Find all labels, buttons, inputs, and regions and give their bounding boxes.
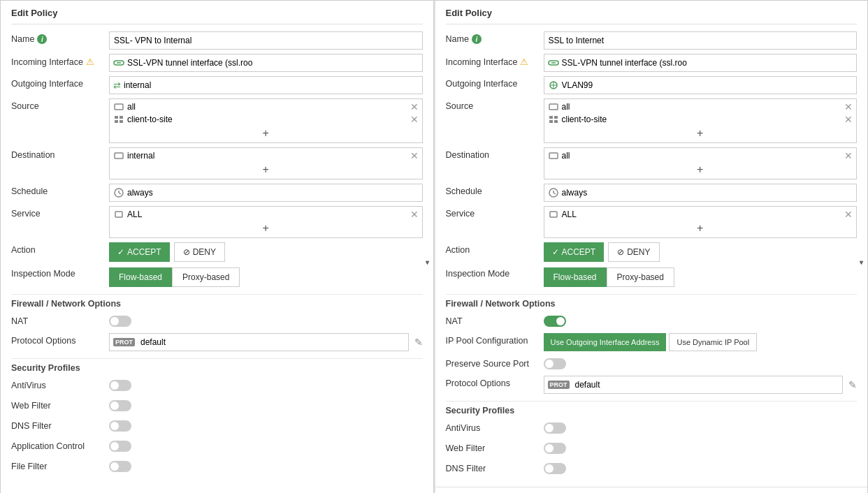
file-filter-toggle-left[interactable] [109, 461, 131, 472]
inspection-mode-label-right: Inspection Mode [446, 266, 544, 279]
nat-label-left: NAT [11, 316, 109, 326]
tunnel-icon [113, 57, 124, 68]
protocol-select-wrap-left[interactable]: PROT default [109, 333, 409, 351]
dns-filter-toggle-left[interactable] [109, 420, 131, 432]
protocol-options-label-left: Protocol Options [11, 333, 109, 346]
name-input[interactable] [109, 31, 423, 50]
outgoing-interface-select-wrap[interactable]: ⇄ internal [109, 76, 423, 94]
nat-row-left: NAT [11, 313, 423, 330]
accept-button-right[interactable]: ✓ ACCEPT [544, 242, 605, 262]
incoming-warning-icon: ⚠ [86, 57, 94, 67]
web-filter-toggle-right[interactable] [544, 443, 566, 454]
dns-filter-label-right: DNS Filter [446, 464, 544, 473]
flow-based-button-right[interactable]: Flow-based [544, 267, 607, 287]
nat-toggle-right[interactable] [544, 316, 566, 327]
source-all-text-right: all [562, 102, 842, 112]
service-add-button[interactable]: + [113, 221, 419, 235]
svg-rect-19 [554, 116, 558, 119]
service-all-remove[interactable]: ✕ [410, 209, 419, 219]
protocol-select-left[interactable]: default [140, 337, 407, 347]
incoming-interface-select-wrap-right[interactable]: SSL-VPN tunnel interface (ssl.roo [544, 54, 858, 72]
name-input-right[interactable] [544, 31, 858, 50]
destination-tag-all-right: all ✕ [548, 150, 853, 161]
protocol-select-wrap-right[interactable]: PROT default [544, 376, 844, 394]
protocol-edit-icon-left[interactable]: ✎ [414, 337, 423, 348]
destination-add-button[interactable]: + [113, 163, 419, 177]
source-client-icon-right [548, 114, 559, 125]
incoming-interface-row: Incoming Interface ⚠ SSL-VPN tunnel inte… [11, 54, 423, 72]
antivirus-toggle-left[interactable] [109, 380, 131, 391]
source-all-remove[interactable]: ✕ [410, 102, 419, 112]
schedule-select-right[interactable]: always [562, 188, 857, 198]
protocol-select-right[interactable]: default [575, 380, 842, 390]
protocol-options-row-left: Protocol Options PROT default ✎ [11, 333, 423, 351]
inspection-buttons: Flow-based Proxy-based [109, 267, 423, 287]
left-panel-title: Edit Policy [11, 8, 423, 24]
source-all-icon [113, 101, 124, 112]
schedule-select-wrap-right[interactable]: always [544, 184, 858, 202]
incoming-interface-select-right[interactable]: SSL-VPN tunnel interface (ssl.roo [562, 58, 857, 68]
source-client-remove-right[interactable]: ✕ [844, 115, 853, 124]
destination-add-button-right[interactable]: + [548, 163, 853, 177]
protocol-options-wrap-left: PROT default ✎ [109, 333, 423, 351]
incoming-interface-select-wrap[interactable]: SSL-VPN tunnel interface (ssl.roo [109, 54, 423, 72]
proxy-based-button[interactable]: Proxy-based [172, 267, 240, 287]
outgoing-interface-select-wrap-right[interactable]: VLAN99 [544, 76, 858, 94]
deny-button-right[interactable]: ⊘ DENY [608, 242, 659, 262]
deny-button[interactable]: ⊘ DENY [174, 242, 225, 262]
source-all-remove-right[interactable]: ✕ [844, 102, 853, 112]
svg-rect-4 [120, 116, 123, 119]
application-control-toggle-left[interactable] [109, 441, 131, 452]
right-panel-title: Edit Policy [446, 8, 858, 24]
web-filter-label-right: Web Filter [446, 443, 544, 453]
source-tag-box-right: all ✕ client-to-site ✕ + [544, 98, 858, 143]
destination-all-remove-right[interactable]: ✕ [844, 151, 853, 161]
schedule-select-wrap[interactable]: always [109, 184, 423, 202]
service-control-right: ALL ✕ + [544, 206, 858, 238]
web-filter-toggle-left[interactable] [109, 400, 131, 411]
destination-internal-remove[interactable]: ✕ [410, 151, 419, 161]
flow-based-button[interactable]: Flow-based [109, 267, 172, 287]
service-tag-box-right: ALL ✕ + [544, 206, 858, 238]
name-label-right: Name i [446, 31, 544, 44]
preserve-source-toggle[interactable] [544, 358, 566, 369]
inspection-mode-control: Flow-based Proxy-based [109, 266, 423, 287]
action-buttons: ✓ ACCEPT ⊘ DENY [109, 242, 423, 262]
svg-rect-17 [549, 104, 558, 110]
service-all-icon-right [548, 209, 559, 220]
source-add-button[interactable]: + [113, 126, 419, 140]
destination-tag-internal: internal ✕ [113, 150, 419, 161]
protocol-edit-icon-right[interactable]: ✎ [848, 379, 857, 390]
antivirus-toggle-right[interactable] [544, 422, 566, 434]
firewall-network-section-left: Firewall / Network Options [11, 294, 423, 309]
service-all-remove-right[interactable]: ✕ [844, 209, 853, 219]
nat-toggle-left[interactable] [109, 316, 131, 327]
accept-button[interactable]: ✓ ACCEPT [109, 242, 170, 262]
svg-rect-11 [115, 212, 122, 217]
source-client-remove[interactable]: ✕ [410, 115, 419, 124]
source-add-button-right[interactable]: + [548, 126, 853, 140]
service-add-button-right[interactable]: + [548, 221, 853, 235]
incoming-interface-select[interactable]: SSL-VPN tunnel interface (ssl.roo [127, 58, 422, 68]
web-filter-label-left: Web Filter [11, 401, 109, 411]
destination-control: internal ✕ + [109, 147, 423, 179]
name-info-icon[interactable]: i [37, 34, 47, 44]
outgoing-interface-select[interactable]: internal [124, 80, 422, 90]
schedule-select[interactable]: always [127, 188, 422, 198]
name-row-right: Name i [446, 31, 858, 50]
web-filter-row-right: Web Filter [446, 440, 858, 457]
source-all-text: all [127, 102, 407, 112]
incoming-chevron-icon-right [860, 258, 863, 265]
use-dynamic-button[interactable]: Use Dynamic IP Pool [669, 333, 757, 351]
outgoing-chevron-icon-right [860, 258, 863, 265]
dns-filter-toggle-right[interactable] [544, 463, 566, 474]
outgoing-interface-select-right[interactable]: VLAN99 [562, 80, 857, 90]
use-outgoing-button[interactable]: Use Outgoing Interface Address [544, 333, 667, 351]
svg-rect-20 [549, 120, 553, 123]
name-info-icon-right[interactable]: i [472, 34, 482, 44]
proxy-based-button-right[interactable]: Proxy-based [607, 267, 674, 287]
service-all-text: ALL [127, 209, 407, 219]
service-tag-all-right: ALL ✕ [548, 209, 853, 220]
incoming-chevron-icon [426, 258, 429, 265]
antivirus-label-right: AntiVirus [446, 423, 544, 433]
